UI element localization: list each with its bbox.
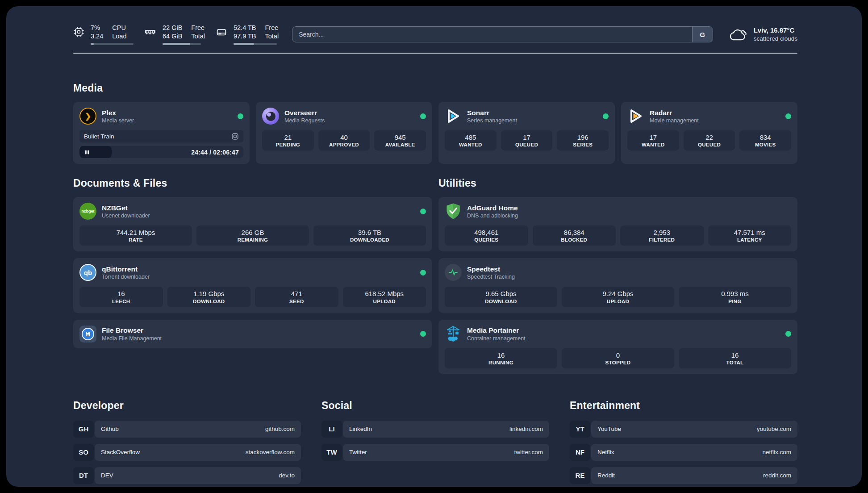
stat-value: 0 <box>563 351 672 360</box>
sonarr-card[interactable]: Sonarr Series management 485WANTED 17QUE… <box>438 102 615 164</box>
app-subtitle: Movie management <box>650 117 699 124</box>
stat-label: WANTED <box>629 142 677 147</box>
stat-label: RUNNING <box>447 360 555 365</box>
stat-value: 21 <box>264 133 312 142</box>
stat-box: 2,953FILTERED <box>620 226 704 246</box>
weather-condition: scattered clouds <box>754 35 797 43</box>
cpu-progress <box>91 43 134 45</box>
stat-value: 16 <box>447 351 555 360</box>
bookmark-tag: SO <box>73 444 94 461</box>
now-playing-title: Bullet Train <box>84 133 114 140</box>
stat-value: 498,461 <box>447 228 526 237</box>
bookmark-url: reddit.com <box>763 472 791 479</box>
bookmark-row-netflix[interactable]: NF Netflixnetflix.com <box>570 444 797 461</box>
memory-progress <box>163 43 201 45</box>
stat-box: 47.571 msLATENCY <box>708 226 792 246</box>
social-section-title: Social <box>321 400 549 412</box>
disk-widget: 52.4 TB97.9 TB FreeTotal <box>216 24 279 45</box>
bookmark-name: Netflix <box>597 449 614 455</box>
app-title: AdGuard Home <box>467 204 518 212</box>
google-search-button[interactable]: G <box>692 27 713 42</box>
stat-label: TOTAL <box>680 360 789 365</box>
stat-box: 945AVAILABLE <box>374 130 426 150</box>
stat-value: 86,384 <box>534 228 614 237</box>
bookmark-row-dev[interactable]: DT DEVdev.to <box>73 467 301 484</box>
nzbget-card[interactable]: nzbget NZBGet Usenet downloader 744.21 M… <box>73 197 432 251</box>
bookmark-url: twitter.com <box>514 449 543 455</box>
stat-box: 485WANTED <box>445 130 497 150</box>
stat-label: WANTED <box>447 142 495 147</box>
bookmark-name: StackOverflow <box>101 449 140 455</box>
stat-label: STOPPED <box>563 360 672 365</box>
filebrowser-card[interactable]: File Browser Media File Management <box>73 320 432 348</box>
utilities-column: Utilities AdGuard Home DNS and adblockin… <box>438 164 797 381</box>
radarr-card[interactable]: Radarr Movie management 17WANTED 22QUEUE… <box>621 102 797 164</box>
now-playing-row: Bullet Train <box>79 130 243 142</box>
adguard-card[interactable]: AdGuard Home DNS and adblocking 498,461Q… <box>438 197 797 251</box>
bookmark-tag: NF <box>570 444 590 461</box>
cpu-percent: 7% <box>91 24 103 32</box>
bookmark-row-reddit[interactable]: RE Redditreddit.com <box>570 467 797 484</box>
app-subtitle: Media Requests <box>284 117 325 124</box>
memory-free: 22 GiB <box>163 24 182 32</box>
app-title: Plex <box>102 109 134 117</box>
bookmark-row-github[interactable]: GH Githubgithub.com <box>73 421 301 438</box>
overseerr-card[interactable]: Overseerr Media Requests 21PENDING 40APP… <box>256 102 432 164</box>
qbittorrent-card[interactable]: qb qBittorrent Torrent downloader 16LEEC… <box>73 258 432 313</box>
status-dot <box>785 331 791 337</box>
bookmark-row-youtube[interactable]: YT YouTubeyoutube.com <box>570 421 797 438</box>
bookmark-name: Reddit <box>597 472 615 479</box>
stat-box: 17QUEUED <box>501 130 553 150</box>
disk-total: 97.9 TB <box>234 32 256 41</box>
bookmark-url: stackoverflow.com <box>246 449 295 455</box>
bookmark-row-linkedin[interactable]: LI LinkedInlinkedin.com <box>321 421 549 438</box>
search-input[interactable] <box>292 26 713 42</box>
status-dot <box>420 331 426 337</box>
stat-value: 834 <box>741 133 789 142</box>
bookmark-tag: RE <box>570 467 590 484</box>
disk-free: 52.4 TB <box>234 24 256 32</box>
disk-progress <box>234 43 277 45</box>
stat-box: 40APPROVED <box>318 130 370 150</box>
stat-value: 9.24 Gbps <box>563 289 672 298</box>
stat-label: AVAILABLE <box>376 142 424 147</box>
entertainment-section-title: Entertainment <box>570 400 797 412</box>
stat-value: 17 <box>503 133 551 142</box>
stat-value: 16 <box>680 351 789 360</box>
header-divider <box>73 53 797 54</box>
filebrowser-icon <box>79 326 96 343</box>
app-title: Media Portainer <box>467 326 526 334</box>
stat-value: 2,953 <box>622 228 702 237</box>
stat-label: LEECH <box>81 299 161 304</box>
bookmark-row-twitter[interactable]: TW Twittertwitter.com <box>321 444 549 461</box>
stat-value: 17 <box>629 133 677 142</box>
stat-label: PENDING <box>264 142 312 147</box>
bookmark-name: LinkedIn <box>349 426 372 432</box>
media-grid: ❯ Plex Media server Bullet Train <box>73 102 797 164</box>
stat-box: 9.24 GbpsUPLOAD <box>562 287 674 307</box>
stat-value: 1.19 Gbps <box>169 289 249 298</box>
plex-card[interactable]: ❯ Plex Media server Bullet Train <box>73 102 250 164</box>
stat-label: LATENCY <box>710 237 790 242</box>
speedtest-card[interactable]: Speedtest Speedtest Tracking 9.65 GbpsDO… <box>438 258 797 313</box>
stat-label: SEED <box>257 299 337 304</box>
bookmark-url: dev.to <box>279 472 295 479</box>
status-dot <box>603 113 609 119</box>
playback-progress[interactable]: 24:44 / 02:06:47 <box>79 146 243 158</box>
stat-value: 0.993 ms <box>680 289 789 298</box>
app-title: Sonarr <box>467 109 517 117</box>
stat-value: 40 <box>320 133 368 142</box>
documents-section-title: Documents & Files <box>73 177 432 189</box>
cloud-icon <box>728 27 748 42</box>
pause-icon[interactable] <box>84 150 90 155</box>
bookmark-row-stackoverflow[interactable]: SO StackOverflowstackoverflow.com <box>73 444 301 461</box>
stat-label: FILTERED <box>622 237 702 242</box>
stat-box: 1.19 GbpsDOWNLOAD <box>167 287 251 307</box>
stat-label: MOVIES <box>741 142 789 147</box>
stat-box: 16RUNNING <box>445 348 557 368</box>
status-dot <box>785 113 791 119</box>
stat-box: 16TOTAL <box>679 348 791 368</box>
memory-total: 64 GiB <box>163 32 182 41</box>
media-type-icon <box>231 133 239 140</box>
portainer-card[interactable]: Media Portainer Container management 16R… <box>438 320 797 374</box>
